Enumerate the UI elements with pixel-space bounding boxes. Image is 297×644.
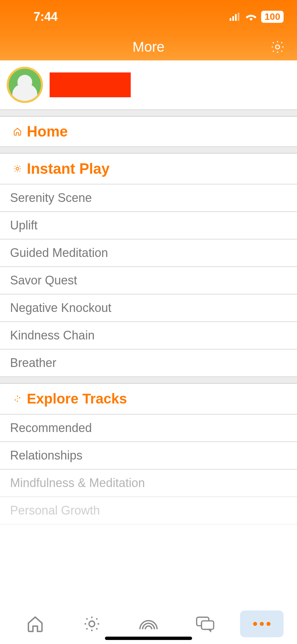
menu-home-label: Home (27, 123, 68, 140)
sun-icon (10, 164, 25, 173)
instant-item[interactable]: Uplift (0, 212, 297, 239)
page-title-bar: More (0, 34, 297, 60)
svg-rect-1 (232, 16, 234, 21)
username-redacted (50, 72, 131, 97)
svg-point-4 (276, 45, 280, 49)
instant-item[interactable]: Guided Meditation (0, 239, 297, 267)
status-bar: 7:44 100 (0, 0, 297, 34)
menu-instant-play[interactable]: Instant Play (0, 154, 297, 184)
svg-rect-0 (230, 18, 231, 21)
wifi-icon (246, 13, 256, 21)
explore-item[interactable]: Relationships (0, 442, 297, 470)
explore-item[interactable]: Mindfulness & Meditation (0, 470, 297, 497)
svg-point-11 (266, 622, 271, 626)
profile-row[interactable] (0, 60, 297, 110)
menu-explore-tracks[interactable]: Explore Tracks (0, 384, 297, 415)
svg-rect-8 (201, 621, 214, 629)
status-time: 7:44 (34, 10, 58, 24)
tab-tracks[interactable] (127, 610, 170, 637)
menu-scroll[interactable]: Home Instant Play Serenity Scene Uplift … (0, 110, 297, 604)
settings-gear-icon[interactable] (270, 40, 285, 54)
avatar (7, 67, 43, 103)
instant-item[interactable]: Savor Quest (0, 267, 297, 294)
menu-explore-label: Explore Tracks (27, 391, 127, 407)
tab-more[interactable] (240, 610, 284, 637)
svg-point-9 (253, 622, 257, 626)
signal-icon (230, 13, 241, 21)
explore-item[interactable]: Personal Growth (0, 497, 297, 525)
svg-point-5 (16, 167, 19, 170)
svg-point-10 (260, 622, 264, 626)
svg-point-6 (89, 621, 95, 627)
page-title: More (132, 39, 165, 55)
battery-level: 100 (261, 11, 284, 23)
instant-item[interactable]: Serenity Scene (0, 184, 297, 212)
instant-item[interactable]: Negative Knockout (0, 294, 297, 322)
tab-instant[interactable] (70, 610, 114, 637)
tab-chat[interactable] (183, 610, 227, 637)
home-indicator[interactable] (105, 637, 192, 640)
house-icon (10, 127, 25, 136)
explore-item[interactable]: Recommended (0, 415, 297, 442)
instant-item[interactable]: Kindness Chain (0, 322, 297, 350)
signpost-icon (10, 394, 25, 403)
menu-home[interactable]: Home (0, 117, 297, 147)
tab-home[interactable] (13, 610, 57, 637)
menu-instant-label: Instant Play (27, 160, 110, 177)
instant-item[interactable]: Breather (0, 350, 297, 377)
svg-rect-2 (235, 14, 237, 21)
svg-rect-3 (238, 13, 239, 21)
